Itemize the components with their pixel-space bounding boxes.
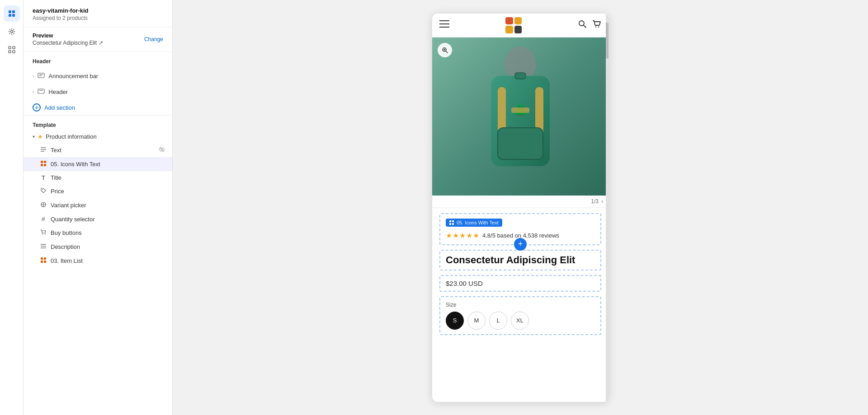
icons-with-text-label: 05. Icons With Text — [51, 161, 100, 168]
sidebar-sub-item-icons-with-text[interactable]: 05. Icons With Text — [24, 157, 172, 171]
preview-label: Preview — [33, 33, 103, 39]
template-header: Template — [24, 116, 172, 130]
header-label: Header — [48, 89, 68, 95]
svg-rect-57 — [449, 223, 451, 225]
sidebar-app-header: easy-vitamin-for-kid Assigned to 2 produ… — [24, 0, 172, 27]
product-information-row[interactable]: ▾ ★ Product information — [24, 130, 172, 143]
svg-point-37 — [579, 21, 584, 26]
svg-rect-6 — [13, 47, 15, 49]
change-button[interactable]: Change — [144, 36, 163, 42]
size-label: Size — [446, 302, 595, 308]
size-options: S M L XL — [446, 312, 595, 330]
svg-rect-31 — [44, 257, 46, 260]
text-label: Text — [51, 147, 61, 154]
sidebar: easy-vitamin-for-kid Assigned to 2 produ… — [24, 0, 173, 415]
quantity-selector-label: Quantity selector — [51, 216, 95, 223]
hash-icon: # — [40, 215, 47, 223]
pagination-row: 1/3 › — [432, 196, 609, 208]
icons-with-text-badge[interactable]: 05. Icons With Text — [446, 219, 502, 227]
size-selector-box: Size S M L XL — [439, 296, 601, 335]
settings-icon[interactable] — [4, 23, 20, 40]
pagination-next-icon[interactable]: › — [601, 198, 603, 205]
svg-rect-22 — [44, 164, 46, 166]
cart-icon[interactable] — [592, 19, 601, 31]
chevron-right-icon: › — [33, 74, 34, 79]
svg-rect-12 — [38, 89, 44, 93]
add-section-plus-icon: + — [33, 103, 41, 112]
description-lines-icon — [40, 243, 47, 251]
sidebar-sub-item-variant-picker[interactable]: Variant picker — [24, 198, 172, 212]
product-title-box: Consectetur Adipiscing Elit — [439, 250, 601, 270]
svg-rect-47 — [498, 128, 543, 159]
add-block-button[interactable]: + — [514, 238, 527, 251]
svg-line-38 — [584, 25, 586, 28]
icons-badge-label: 05. Icons With Text — [457, 220, 499, 225]
sidebar-item-announcement-bar[interactable]: › Announcement bar — [24, 68, 172, 84]
sidebar-sub-item-description[interactable]: Description — [24, 240, 172, 254]
svg-rect-3 — [12, 14, 15, 17]
product-title: Consectetur Adipiscing Elit — [446, 254, 595, 266]
sidebar-sub-item-price[interactable]: Price — [24, 184, 172, 198]
scrollbar-thumb[interactable] — [606, 23, 609, 59]
header-section: Header › Announcement bar › Header + Add… — [24, 52, 172, 115]
size-option-l[interactable]: L — [489, 312, 507, 330]
svg-rect-0 — [9, 10, 11, 13]
menu-icon[interactable] — [439, 20, 449, 30]
svg-point-39 — [595, 26, 596, 27]
svg-line-52 — [446, 51, 448, 53]
svg-rect-2 — [9, 14, 11, 17]
preview-frame: 🌲 1/3 › 05. Icons With Text — [432, 14, 609, 402]
svg-rect-55 — [449, 220, 451, 222]
sections-icon[interactable] — [4, 5, 20, 22]
price-tag-icon — [40, 187, 47, 195]
add-section-button[interactable]: + Add section — [24, 100, 172, 115]
preview-page-row: Consectetur Adipiscing Elit ↗ — [33, 40, 103, 46]
product-image-area: 🌲 — [432, 37, 609, 196]
header-section-title: Header — [24, 52, 172, 68]
title-t-icon: T — [40, 175, 47, 181]
svg-rect-1 — [12, 10, 15, 13]
icons-with-text-section: 05. Icons With Text ★★★★★ 4.8/5 based on… — [439, 213, 601, 245]
price-box: $23.00 USD — [439, 275, 601, 292]
size-option-m[interactable]: M — [467, 312, 486, 330]
pagination-text: 1/3 — [591, 198, 599, 205]
text-lines-icon — [40, 146, 47, 154]
svg-rect-32 — [41, 261, 43, 263]
preview-page-name: Consectetur Adipiscing Elit — [33, 40, 97, 46]
size-option-s[interactable]: S — [446, 312, 464, 330]
apps-icon[interactable] — [4, 42, 20, 58]
svg-rect-9 — [38, 73, 44, 78]
preview-scrollbar[interactable] — [606, 14, 609, 402]
svg-rect-21 — [41, 164, 43, 166]
svg-point-23 — [42, 189, 43, 190]
search-icon[interactable] — [578, 19, 587, 31]
preview-section: Preview Consectetur Adipiscing Elit ↗ Ch… — [24, 27, 172, 52]
svg-rect-19 — [41, 161, 43, 163]
zoom-button[interactable] — [438, 43, 452, 57]
svg-point-25 — [42, 234, 43, 235]
title-label: Title — [51, 174, 61, 181]
chevron-right-icon-2: › — [33, 89, 34, 94]
svg-point-40 — [598, 26, 599, 27]
preview-info: Preview Consectetur Adipiscing Elit ↗ — [33, 33, 103, 46]
sidebar-sub-item-quantity-selector[interactable]: # Quantity selector — [24, 212, 172, 226]
size-option-xl[interactable]: XL — [511, 312, 529, 330]
store-logo — [505, 17, 522, 33]
product-image: 🌲 — [432, 37, 609, 196]
sidebar-sub-item-text[interactable]: Text — [24, 143, 172, 157]
svg-rect-8 — [13, 51, 15, 53]
add-section-label: Add section — [44, 104, 75, 111]
sidebar-sub-item-item-list[interactable]: 03. Item List — [24, 254, 172, 268]
sidebar-sub-item-title[interactable]: T Title — [24, 171, 172, 184]
sidebar-item-header[interactable]: › Header — [24, 84, 172, 100]
header-icon — [38, 88, 45, 96]
sidebar-sub-item-buy-buttons[interactable]: Buy buttons — [24, 226, 172, 240]
svg-rect-30 — [41, 257, 43, 260]
eye-icon[interactable] — [159, 146, 165, 154]
product-info-section: 05. Icons With Text ★★★★★ 4.8/5 based on… — [432, 208, 609, 402]
svg-rect-5 — [9, 47, 11, 49]
star-icon: ★ — [38, 133, 43, 140]
main-preview-area: 🌲 1/3 › 05. Icons With Text — [173, 0, 868, 415]
svg-rect-49 — [511, 107, 529, 113]
external-link-icon[interactable]: ↗ — [99, 40, 103, 46]
